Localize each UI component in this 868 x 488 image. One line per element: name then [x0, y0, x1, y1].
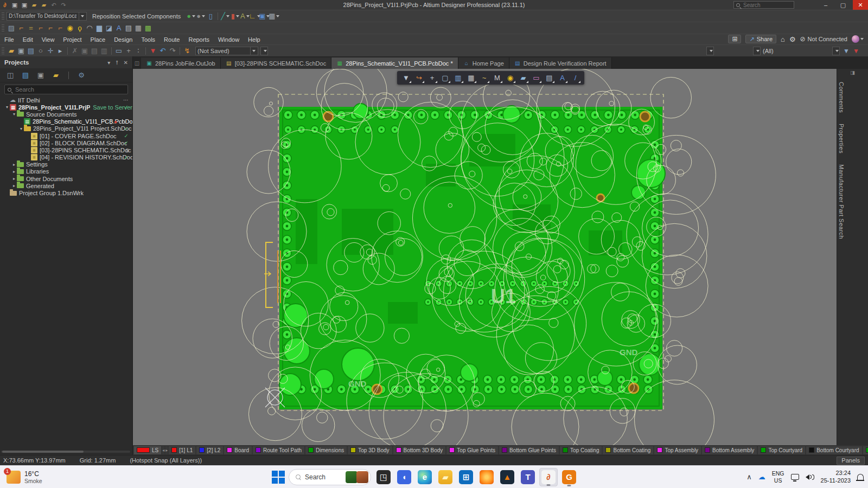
tree-row[interactable]: ▾▦28Pins_Project_V1I1.PrjPSave to Server…	[0, 104, 132, 111]
route4-icon[interactable]: ⌐	[55, 23, 65, 33]
more-options-icon[interactable]: ⋯	[123, 97, 129, 103]
arc-icon[interactable]: ◠	[85, 23, 94, 33]
matlab-app[interactable]: ▲	[498, 468, 516, 486]
tree-expand-icon[interactable]: ▾	[18, 126, 24, 131]
doc-tab-2[interactable]: ▤[03]-28PINS SCHEMATIC.SchDoc	[221, 57, 332, 69]
menu-view[interactable]: View	[37, 36, 59, 43]
menu-route[interactable]: Route	[159, 36, 184, 43]
layer-scroll-right-icon[interactable]: ▸	[165, 446, 168, 454]
panels-button[interactable]: Panels	[837, 457, 865, 465]
layer-tab[interactable]: Route Tool Path	[253, 446, 304, 454]
tree-row[interactable]: ▾28Pins_Project_V1I1 Project.SchDoc✓	[0, 125, 132, 132]
doc-tab-5[interactable]: ▤Design Rule Verification Report	[509, 57, 612, 69]
path-dropdown-icon[interactable]	[79, 12, 85, 20]
tree-row[interactable]: Project Group 1.DsnWrk	[0, 189, 132, 196]
g-app[interactable]: G	[560, 468, 578, 486]
firefox-app[interactable]	[477, 468, 496, 486]
select-icon[interactable]: ▸	[55, 46, 65, 56]
home-icon[interactable]: ⌂	[781, 35, 785, 43]
clock[interactable]: 23:24 25-11-2023	[821, 470, 851, 485]
tree-expand-icon[interactable]: ▸	[11, 183, 17, 188]
clear-filter-icon[interactable]: ▼	[148, 46, 158, 56]
ruler-tool-icon[interactable]: ∟	[250, 11, 259, 21]
activebar-text-icon[interactable]: A	[557, 72, 568, 84]
activebar-chart-icon[interactable]: ▥	[452, 72, 464, 84]
undo-icon[interactable]: ↶	[49, 1, 58, 9]
violation-icon[interactable]: ↯	[182, 46, 192, 56]
panel-menu-icon[interactable]: ▾	[107, 60, 110, 66]
funnel-clear-icon[interactable]: ▼	[853, 47, 859, 55]
activebar-grid-icon[interactable]: ▦	[465, 72, 477, 84]
dots-icon[interactable]: ∶	[133, 46, 143, 56]
folders-icon[interactable]: ▣	[36, 70, 46, 80]
compass-icon[interactable]: ◫	[5, 70, 15, 80]
variant-combo[interactable]: (Not Saved)	[195, 47, 258, 55]
activebar-measure-icon[interactable]: M	[492, 72, 503, 84]
pcb-board-view[interactable]: U1GNDGND	[133, 69, 837, 445]
string-icon[interactable]: A	[114, 23, 124, 33]
filter-dropdown-2[interactable]	[753, 47, 761, 55]
route2-icon[interactable]: ⌐	[36, 23, 46, 33]
activebar-line-icon[interactable]: /	[570, 72, 581, 84]
panel-toggle-icon[interactable]: ◫	[133, 57, 141, 69]
paste-special-icon[interactable]: ▥	[99, 46, 109, 56]
panel-close-icon[interactable]: ✕	[124, 60, 128, 66]
reposition-label[interactable]: Reposition Selected Components	[92, 13, 181, 20]
layer-tab[interactable]: [1] L1	[169, 446, 195, 454]
ic-icon[interactable]: ▦	[133, 23, 143, 33]
copy-icon[interactable]: ▣	[80, 46, 90, 56]
component-icon[interactable]: ▩	[143, 23, 153, 33]
doc-tab-3[interactable]: ▦28Pins_Schematic_V1I1_PCB.PcbDoc *	[331, 57, 458, 69]
panel-tab-properties[interactable]: Properties	[837, 118, 846, 159]
activebar-route-icon[interactable]: ~	[478, 72, 490, 84]
open-project-icon[interactable]: ▰	[40, 1, 48, 9]
share-button[interactable]: ↗Share	[745, 35, 776, 43]
grid-tool-icon[interactable]: ▦	[269, 11, 279, 21]
field-tool-icon[interactable]: A	[240, 11, 250, 21]
layer-tab[interactable]	[863, 446, 868, 454]
layer-scroll-left-icon[interactable]: ◂	[162, 446, 164, 454]
file-explorer-app[interactable]: ▰	[436, 468, 455, 486]
toolbar-grip[interactable]	[2, 24, 4, 32]
maximize-button[interactable]: ▢	[835, 0, 851, 10]
tree-expand-icon[interactable]: ▸	[11, 162, 17, 167]
layer-tab[interactable]: Top Glue Points	[446, 446, 498, 454]
via-icon[interactable]: ϙ	[75, 23, 85, 33]
task-view-app[interactable]: ◳	[374, 468, 393, 486]
tree-row[interactable]: ≡[02] - BLOCK DIAGRAM.SchDoc✓	[0, 139, 132, 146]
tree-row[interactable]: ≡[01] - COVER PAGE.SchDoc✓	[0, 132, 132, 139]
layer-tab[interactable]: Top Coating	[560, 446, 602, 454]
chat-app[interactable]: ◖	[395, 468, 413, 486]
pad-icon[interactable]: ◉	[65, 23, 75, 33]
tree-expand-icon[interactable]: ▾	[11, 112, 17, 117]
network-icon[interactable]	[791, 474, 799, 480]
layers-tool-icon[interactable]: ▣	[259, 11, 269, 21]
teams-app[interactable]: T	[519, 468, 537, 486]
projects-search-input[interactable]	[14, 86, 112, 93]
menu-place[interactable]: Place	[86, 36, 110, 43]
pcb-editor-canvas[interactable]: U1GNDGND ▼↪+▢▥▦~M◉▰▭▤A/	[133, 69, 837, 445]
activebar-snap-icon[interactable]: ↪	[413, 72, 425, 84]
edge-app[interactable]: e	[416, 468, 434, 486]
cut-icon[interactable]: ✗	[70, 46, 80, 56]
close-button[interactable]: ✕	[853, 0, 868, 10]
layer-tab-ls[interactable]: LS	[134, 446, 161, 454]
filter-dropdown-3[interactable]	[832, 47, 840, 55]
activebar-select-area-icon[interactable]: ▢	[439, 72, 451, 84]
menu-edit[interactable]: Edit	[18, 36, 37, 43]
filter-dropdown-1[interactable]	[706, 47, 714, 55]
zoom-icon[interactable]: ○	[36, 46, 46, 56]
tray-chevron-icon[interactable]: ∧	[746, 473, 752, 481]
activebar-filter-icon[interactable]: ▼	[400, 72, 412, 84]
gear-icon[interactable]: ⚙	[789, 35, 796, 43]
tree-row[interactable]: ▸Generated	[0, 182, 132, 189]
layer-tab[interactable]: Bottom Assembly	[702, 446, 757, 454]
variant-dropdown-icon[interactable]	[250, 47, 256, 55]
route-icon[interactable]: ⌐	[16, 23, 26, 33]
layer-tab[interactable]: Top Courtyard	[758, 446, 805, 454]
pin-icon[interactable]: ⊸	[114, 60, 120, 65]
solid-region-icon[interactable]: ◪	[104, 23, 114, 33]
panel-tab-manufacturer-part-search[interactable]: Manufacturer Part Search	[837, 159, 846, 245]
doc-preview-icon[interactable]: ▤	[26, 46, 36, 56]
notifications-bell-icon[interactable]	[857, 474, 864, 480]
